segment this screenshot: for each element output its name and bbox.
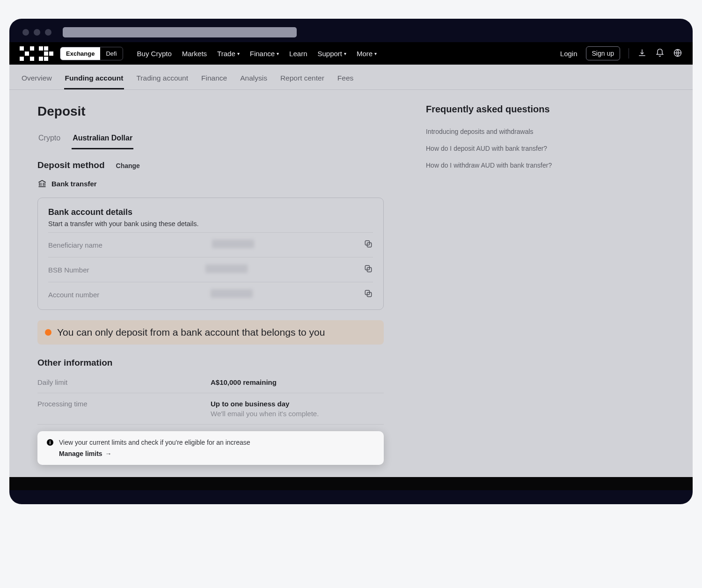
bsb-label: BSB Number bbox=[48, 266, 89, 274]
selected-method: Bank transfer bbox=[37, 179, 384, 188]
subtab-funding-account[interactable]: Funding account bbox=[64, 71, 124, 89]
traffic-lights bbox=[22, 29, 51, 36]
manage-limits-link[interactable]: Manage limits → bbox=[59, 450, 374, 457]
subtab-report-center[interactable]: Report center bbox=[279, 71, 325, 89]
faq-link-withdraw[interactable]: How do I withdraw AUD with bank transfer… bbox=[426, 157, 557, 174]
minimize-window-dot[interactable] bbox=[34, 29, 40, 36]
deposit-tabs: Crypto Australian Dollar bbox=[37, 130, 384, 150]
nav-trade[interactable]: Trade▾ bbox=[217, 50, 240, 58]
chevron-down-icon: ▾ bbox=[344, 51, 346, 56]
processing-label: Processing time bbox=[37, 400, 211, 418]
other-info-heading: Other information bbox=[37, 358, 384, 368]
alert-icon bbox=[45, 329, 51, 336]
bank-details-title: Bank account details bbox=[48, 207, 373, 217]
faq-heading: Frequently asked questions bbox=[426, 104, 557, 115]
nav-markets[interactable]: Markets bbox=[182, 50, 207, 58]
nav-finance[interactable]: Finance▾ bbox=[250, 50, 279, 58]
globe-icon[interactable] bbox=[673, 48, 682, 59]
deposit-tab-aud[interactable]: Australian Dollar bbox=[72, 130, 133, 149]
daily-limit-value: A$10,000 remaining bbox=[211, 378, 277, 386]
arrow-right-icon: → bbox=[105, 450, 112, 457]
faq-link-intro[interactable]: Introducing deposits and withdrawals bbox=[426, 123, 557, 140]
download-icon[interactable] bbox=[637, 48, 647, 59]
ownership-alert: You can only deposit from a bank account… bbox=[37, 320, 384, 345]
chevron-down-icon: ▾ bbox=[374, 51, 377, 56]
nav-learn[interactable]: Learn bbox=[289, 50, 307, 58]
bank-details-subtitle: Start a transfer with your bank using th… bbox=[48, 220, 373, 228]
bell-icon[interactable] bbox=[655, 48, 665, 59]
faq-link-deposit[interactable]: How do I deposit AUD with bank transfer? bbox=[426, 140, 557, 157]
browser-frame: Exchange Defi Buy Crypto Markets Trade▾ … bbox=[9, 19, 693, 504]
login-link[interactable]: Login bbox=[560, 50, 578, 58]
deposit-method-heading: Deposit method bbox=[37, 160, 105, 170]
beneficiary-label: Beneficiary name bbox=[48, 241, 102, 249]
beneficiary-value bbox=[212, 240, 254, 248]
subtab-fees[interactable]: Fees bbox=[336, 71, 354, 89]
account-subtabs: Overview Funding account Trading account… bbox=[9, 65, 693, 90]
processing-value: Up to one business day bbox=[211, 400, 319, 408]
nav-links: Buy Crypto Markets Trade▾ Finance▾ Learn… bbox=[137, 50, 377, 58]
account-number-label: Account number bbox=[48, 291, 99, 299]
subtab-finance[interactable]: Finance bbox=[200, 71, 228, 89]
footer-bar bbox=[9, 477, 693, 490]
row-account-number: Account number bbox=[48, 282, 373, 307]
title-bar bbox=[9, 19, 693, 42]
limits-card: i View your current limits and check if … bbox=[37, 431, 384, 465]
bank-icon bbox=[37, 179, 47, 188]
okx-logo[interactable] bbox=[20, 46, 53, 61]
close-window-dot[interactable] bbox=[22, 29, 29, 36]
alert-text: You can only deposit from a bank account… bbox=[57, 327, 325, 338]
bank-details-card: Bank account details Start a transfer wi… bbox=[37, 198, 384, 310]
account-number-value bbox=[211, 289, 253, 298]
app-body: Overview Funding account Trading account… bbox=[9, 65, 693, 490]
row-daily-limit: Daily limit A$10,000 remaining bbox=[37, 372, 384, 393]
subtab-trading-account[interactable]: Trading account bbox=[135, 71, 189, 89]
faq-sidebar: Frequently asked questions Introducing d… bbox=[426, 104, 557, 477]
selected-method-label: Bank transfer bbox=[51, 180, 97, 188]
copy-account-button[interactable] bbox=[364, 289, 373, 300]
info-icon: i bbox=[47, 439, 53, 446]
bsb-value bbox=[205, 265, 248, 273]
page-title: Deposit bbox=[37, 104, 384, 119]
nav-buy-crypto[interactable]: Buy Crypto bbox=[137, 50, 172, 58]
top-nav: Exchange Defi Buy Crypto Markets Trade▾ … bbox=[9, 42, 693, 65]
limits-text: View your current limits and check if yo… bbox=[59, 439, 250, 446]
url-bar[interactable] bbox=[63, 27, 297, 37]
subtab-analysis[interactable]: Analysis bbox=[239, 71, 268, 89]
mode-toggle: Exchange Defi bbox=[60, 47, 123, 60]
signup-button[interactable]: Sign up bbox=[586, 46, 620, 60]
nav-more[interactable]: More▾ bbox=[357, 50, 377, 58]
subtab-overview[interactable]: Overview bbox=[21, 71, 53, 89]
nav-separator bbox=[629, 48, 629, 59]
maximize-window-dot[interactable] bbox=[45, 29, 51, 36]
processing-sub: We'll email you when it's complete. bbox=[211, 410, 319, 418]
mode-defi[interactable]: Defi bbox=[100, 47, 122, 60]
row-beneficiary: Beneficiary name bbox=[48, 232, 373, 257]
copy-bsb-button[interactable] bbox=[364, 264, 373, 275]
chevron-down-icon: ▾ bbox=[237, 51, 240, 56]
copy-beneficiary-button[interactable] bbox=[364, 239, 373, 250]
chevron-down-icon: ▾ bbox=[277, 51, 279, 56]
mode-exchange[interactable]: Exchange bbox=[60, 47, 100, 60]
change-method-link[interactable]: Change bbox=[116, 162, 140, 169]
row-bsb: BSB Number bbox=[48, 257, 373, 282]
row-processing-time: Processing time Up to one business day W… bbox=[37, 393, 384, 425]
deposit-tab-crypto[interactable]: Crypto bbox=[37, 130, 61, 149]
daily-limit-label: Daily limit bbox=[37, 378, 211, 386]
nav-support[interactable]: Support▾ bbox=[317, 50, 346, 58]
